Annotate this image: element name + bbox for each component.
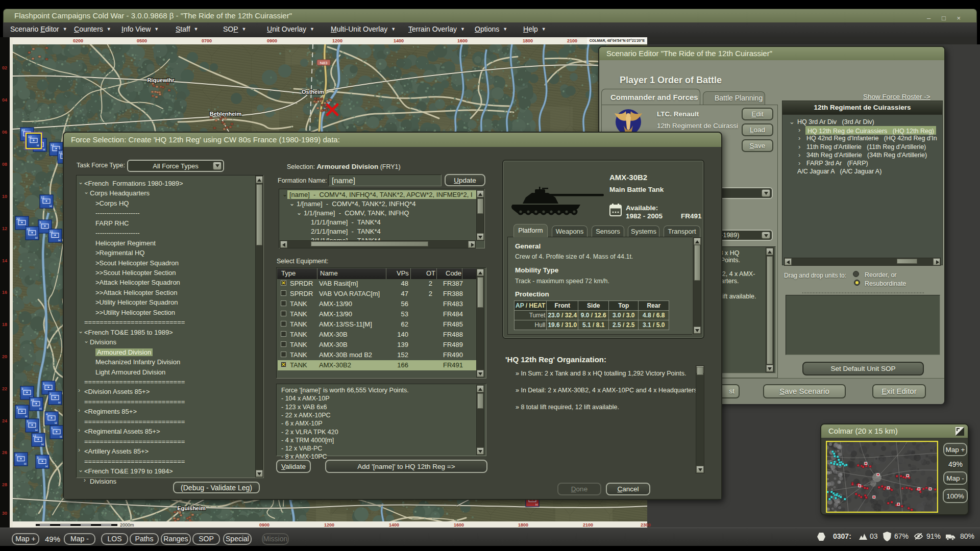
svg-text:H: H xyxy=(24,462,26,465)
svg-text:H: H xyxy=(43,148,45,151)
svg-text:12: 12 xyxy=(41,196,44,199)
svg-text:Riquewihr: Riquewihr xyxy=(147,77,175,83)
svg-text:H: H xyxy=(25,415,27,418)
svg-text:10: 10 xyxy=(28,135,32,138)
svg-text:22: 22 xyxy=(21,129,25,132)
svg-text:22: 22 xyxy=(50,230,53,233)
svg-text:H: H xyxy=(39,407,41,410)
svg-text:Eguisheim: Eguisheim xyxy=(177,505,206,511)
svg-text:H: H xyxy=(58,239,60,242)
svg-text:H: H xyxy=(55,421,57,424)
svg-text:H: H xyxy=(45,465,47,468)
svg-text:Beblenheim: Beblenheim xyxy=(210,111,242,117)
svg-text:Ostheim: Ostheim xyxy=(302,89,324,95)
svg-text:22: 22 xyxy=(31,398,34,402)
svg-text:H: H xyxy=(535,503,537,506)
svg-text:22: 22 xyxy=(27,228,30,231)
svg-text:N83: N83 xyxy=(320,61,328,65)
svg-text:12: 12 xyxy=(33,434,36,437)
svg-text:H: H xyxy=(58,401,60,404)
svg-text:H: H xyxy=(37,144,39,147)
svg-text:22: 22 xyxy=(16,217,20,220)
svg-text:12: 12 xyxy=(59,151,62,154)
svg-text:H: H xyxy=(41,443,43,446)
svg-text:H: H xyxy=(60,435,62,438)
svg-text:12: 12 xyxy=(51,143,54,146)
svg-text:H: H xyxy=(35,429,37,432)
svg-text:H: H xyxy=(35,236,37,239)
svg-text:H: H xyxy=(50,205,52,208)
